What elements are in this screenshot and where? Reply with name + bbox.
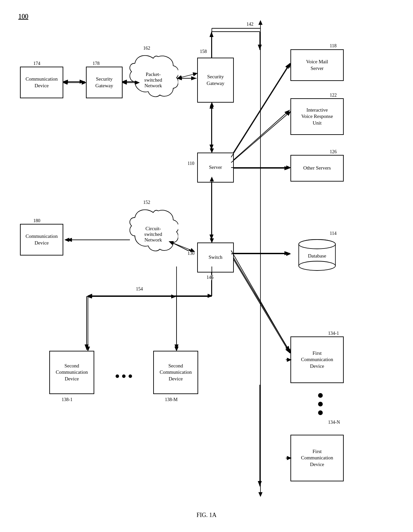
switch-130-label: Switch	[208, 254, 222, 261]
other-servers: Other Servers	[290, 155, 344, 182]
ref-122: 122	[330, 93, 337, 98]
ref-130: 130	[188, 251, 195, 256]
first-comm-134-n-label: FirstCommunicationDevice	[301, 448, 333, 468]
ref-174: 174	[33, 61, 40, 66]
security-gateway-158-label: SecurityGateway	[206, 74, 224, 87]
server-110-label: Server	[209, 164, 222, 171]
security-gateway-178-label: SecurityGateway	[95, 76, 113, 89]
second-comm-138-1-label: SecondCommunicationDevice	[56, 363, 88, 382]
second-comm-138-1: SecondCommunicationDevice	[49, 351, 94, 394]
ref-152: 152	[143, 200, 150, 205]
security-gateway-158: SecurityGateway	[197, 58, 234, 103]
ref-178: 178	[93, 61, 100, 66]
svg-line-12	[230, 110, 290, 163]
comm-device-180: CommunicationDevice	[20, 224, 63, 256]
ref-118: 118	[330, 43, 336, 49]
ref-126: 126	[330, 149, 337, 155]
ref-146: 146	[206, 275, 213, 280]
ref-154: 154	[136, 286, 143, 292]
other-servers-label: Other Servers	[303, 165, 331, 172]
packet-cloud-label: Packet-switchedNetwork	[144, 72, 162, 89]
svg-line-38	[231, 112, 290, 163]
svg-line-25	[230, 252, 290, 351]
right-dots	[318, 393, 323, 415]
comm-device-174-label: CommunicationDevice	[26, 76, 58, 89]
server-110: Server	[197, 153, 234, 183]
database-114: Database	[290, 237, 344, 273]
circuit-cloud-label: Circuit-switchedNetwork	[144, 226, 162, 243]
ref-138-m: 138-M	[165, 397, 178, 402]
ref-134-n-label: 134-N	[328, 420, 340, 425]
second-comm-138-m: SecondCommunicationDevice	[153, 351, 198, 394]
diagram-container: 100	[0, 0, 413, 532]
first-comm-134-n: FirstCommunicationDevice	[290, 435, 344, 481]
ref-142: 142	[246, 22, 253, 27]
svg-line-18	[230, 253, 290, 353]
figure-label: FIG. 1A	[197, 512, 216, 519]
ref-114: 114	[330, 231, 336, 236]
svg-line-37	[231, 63, 290, 157]
second-comm-138-m-label: SecondCommunicationDevice	[160, 363, 192, 382]
svg-line-31	[178, 73, 197, 78]
ref-162: 162	[143, 46, 150, 51]
svg-point-54	[299, 261, 335, 270]
comm-device-180-label: CommunicationDevice	[26, 233, 58, 246]
ref-134-1: 134-1	[328, 331, 339, 336]
diagram-title: 100	[18, 13, 28, 20]
ref-180: 180	[33, 218, 40, 224]
ivr-unit-label: InteractiveVoice ResponseUnit	[301, 107, 333, 127]
voice-mail-server-label: Voice MailServer	[306, 59, 328, 72]
comm-device-174: CommunicationDevice	[20, 67, 63, 98]
database-icon: Database	[295, 238, 339, 271]
switch-130: Switch	[197, 243, 234, 272]
security-gateway-178: SecurityGateway	[86, 67, 123, 98]
circuit-switched-cloud: Circuit-switchedNetwork	[128, 206, 178, 263]
ref-138-1: 138-1	[62, 397, 73, 402]
svg-text:Database: Database	[308, 253, 326, 259]
ref-110: 110	[188, 161, 194, 166]
ref-158: 158	[200, 49, 207, 54]
voice-mail-server: Voice MailServer	[290, 49, 344, 81]
ivr-unit: InteractiveVoice ResponseUnit	[290, 98, 344, 135]
ellipsis-dots: ●●●	[115, 371, 135, 380]
svg-line-11	[230, 63, 290, 158]
svg-line-44	[231, 251, 290, 353]
svg-point-55	[299, 240, 335, 249]
first-comm-134-1: FirstCommunicationDevice	[290, 336, 344, 383]
packet-switched-cloud: Packet-switchedNetwork	[128, 52, 178, 108]
first-comm-134-1-label: FirstCommunicationDevice	[301, 350, 333, 370]
